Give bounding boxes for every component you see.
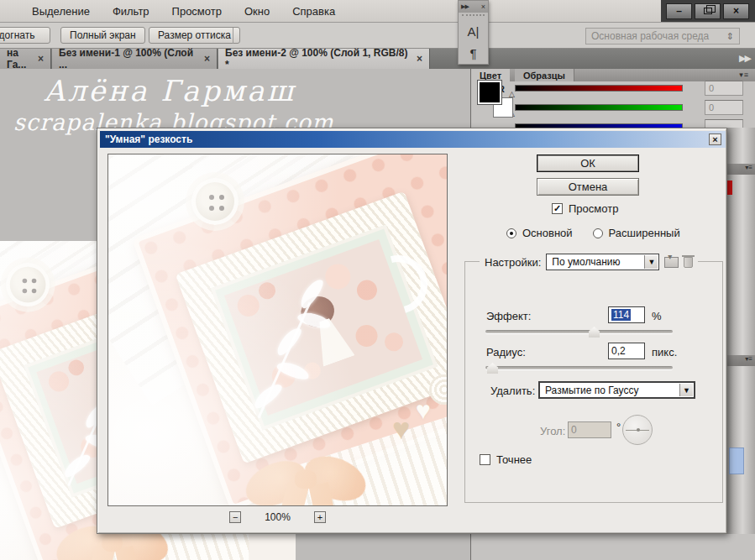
red-value-field[interactable] [705, 81, 743, 96]
zoom-level: 100% [265, 511, 291, 523]
menu-filter[interactable]: Фильтр [113, 5, 149, 18]
radius-slider[interactable] [485, 363, 673, 374]
dialog-close-icon[interactable]: × [709, 133, 721, 145]
workspace-value: Основная рабочая среда [591, 30, 709, 42]
radio-selected-icon [506, 228, 516, 238]
remove-value: Размытие по Гауссу [545, 385, 638, 396]
character-paragraph-dock: ▶▶ × A| ¶ [458, 0, 489, 65]
red-slider-track[interactable] [515, 85, 683, 92]
effect-value-selected: 114 [611, 309, 631, 321]
zoom-in-button[interactable]: + [314, 511, 326, 523]
spinner-icon: ⇕ [726, 31, 734, 42]
radio-basic[interactable]: Основной [506, 227, 573, 239]
more-accurate-label: Точнее [496, 453, 532, 466]
toolbar-separator [233, 28, 233, 44]
dialog-title: "Умная" резкость [105, 133, 192, 145]
dialog-title-bar[interactable]: "Умная" резкость [100, 131, 726, 148]
more-accurate-row: Точнее [480, 453, 532, 466]
dropdown-arrow-icon[interactable]: ▼ [644, 255, 658, 269]
tab-document-2[interactable]: Без имени-1 @ 100% (Слой ... × [52, 49, 218, 69]
angle-input: 0 [568, 421, 611, 438]
radio-advanced[interactable]: Расширенный [593, 227, 680, 239]
remove-dropdown[interactable]: Размытие по Гауссу ▼ [538, 381, 695, 399]
effect-label: Эффект: [486, 310, 531, 322]
angle-unit: ° [616, 421, 621, 433]
fit-screen-button[interactable]: догнать [0, 27, 50, 44]
radio-icon [593, 228, 603, 238]
radius-unit: пикс. [652, 346, 677, 359]
watermark-author: Алёна Гармаш [44, 74, 296, 107]
sharpen-preview[interactable]: ♥ ♥ [107, 154, 448, 506]
hidden-panel-selection [729, 447, 744, 474]
tab-close-icon[interactable]: × [417, 53, 422, 65]
tab-color-panel[interactable]: Цвет [471, 69, 510, 81]
dropdown-arrow-icon[interactable]: ▼ [679, 384, 693, 396]
effect-input[interactable]: 114 [608, 306, 645, 323]
settings-dropdown[interactable]: По умолчанию ▼ [546, 254, 659, 270]
tab-label: Без имени-2 @ 100% (Слой 1, RGB/8) * [225, 47, 410, 71]
preview-zoom-controls: − 100% + [107, 511, 448, 523]
document-tab-bar: на Га... × Без имени-1 @ 100% (Слой ... … [0, 49, 755, 69]
ok-button[interactable]: ОК [537, 154, 639, 172]
restore-icon [704, 8, 712, 14]
angle-label: Угол: [540, 425, 565, 437]
radius-value: 0,2 [611, 345, 626, 357]
character-panel-icon[interactable]: A| [459, 21, 488, 43]
effect-slider[interactable] [485, 327, 673, 338]
full-screen-button[interactable]: Полный экран [60, 27, 145, 44]
tab-overflow-icon[interactable]: ▶▶ [739, 53, 750, 64]
angle-value: 0 [571, 424, 577, 436]
menu-bar: Выделение Фильтр Просмотр Окно Справка [0, 0, 755, 23]
settings-label: Настройки: [485, 256, 541, 269]
radius-input[interactable]: 0,2 [608, 343, 645, 359]
smart-sharpen-dialog: "Умная" резкость × [97, 128, 727, 534]
close-panel-icon[interactable]: × [481, 3, 485, 11]
mode-radio-group: Основной Расширенный [506, 227, 680, 239]
tab-label: на Га... [7, 47, 31, 71]
workspace-selector[interactable]: Основная рабочая среда ⇕ [585, 28, 740, 44]
more-accurate-checkbox[interactable] [480, 454, 490, 465]
panel-tab-row: Цвет Образцы ▾≡ [471, 69, 755, 81]
slider-track[interactable] [485, 366, 673, 369]
angle-dial[interactable] [622, 415, 653, 445]
restore-button[interactable] [695, 3, 721, 19]
tab-document-3-active[interactable]: Без имени-2 @ 100% (Слой 1, RGB/8) * × [218, 49, 430, 69]
green-value-field[interactable] [705, 100, 743, 115]
hidden-panel-red-swatch [727, 181, 732, 195]
tab-close-icon[interactable]: × [38, 53, 44, 65]
preview-checkbox[interactable]: ✓ [552, 203, 563, 214]
panel-menu-icon: ▾≡ [727, 355, 755, 366]
panel-menu-icon[interactable]: ▾≡ [739, 71, 749, 79]
effect-unit: % [652, 310, 662, 322]
menu-view[interactable]: Просмотр [172, 5, 222, 18]
cancel-button[interactable]: Отмена [537, 178, 639, 196]
radius-label: Радиус: [486, 346, 526, 359]
options-bar: догнать Полный экран Размер оттиска Осно… [0, 23, 755, 49]
tab-close-icon[interactable]: × [204, 53, 210, 65]
hidden-panel-edge: ▾≡ ▾≡ [727, 128, 755, 534]
radio-label: Основной [522, 227, 573, 239]
menu-help[interactable]: Справка [292, 5, 335, 18]
slider-thumb[interactable] [487, 363, 498, 374]
slider-thumb[interactable] [589, 327, 600, 338]
green-slider-track[interactable] [515, 104, 683, 111]
paragraph-panel-icon[interactable]: ¶ [459, 43, 488, 65]
panel-grip[interactable] [462, 14, 485, 19]
preview-label: Просмотр [569, 202, 618, 215]
slider-track[interactable] [485, 330, 673, 333]
preview-checkbox-row: ✓ Просмотр [552, 202, 618, 215]
menu-window[interactable]: Окно [244, 5, 270, 18]
foreground-color-swatch[interactable] [478, 81, 501, 104]
remove-label: Удалить: [490, 385, 535, 397]
tab-swatches-panel[interactable]: Образцы [515, 69, 574, 81]
close-button[interactable]: × [723, 3, 749, 19]
save-preset-icon[interactable] [664, 257, 679, 268]
menu-select[interactable]: Выделение [32, 5, 90, 18]
expand-panel-icon[interactable]: ▶▶ [461, 3, 469, 10]
delete-preset-icon [684, 257, 693, 268]
panel-menu-icon: ▾≡ [727, 164, 755, 175]
minimize-button[interactable]: – [666, 3, 692, 19]
print-size-button[interactable]: Размер оттиска [149, 27, 240, 44]
tab-document-1[interactable]: на Га... × [0, 49, 51, 69]
zoom-out-button[interactable]: − [229, 511, 241, 523]
